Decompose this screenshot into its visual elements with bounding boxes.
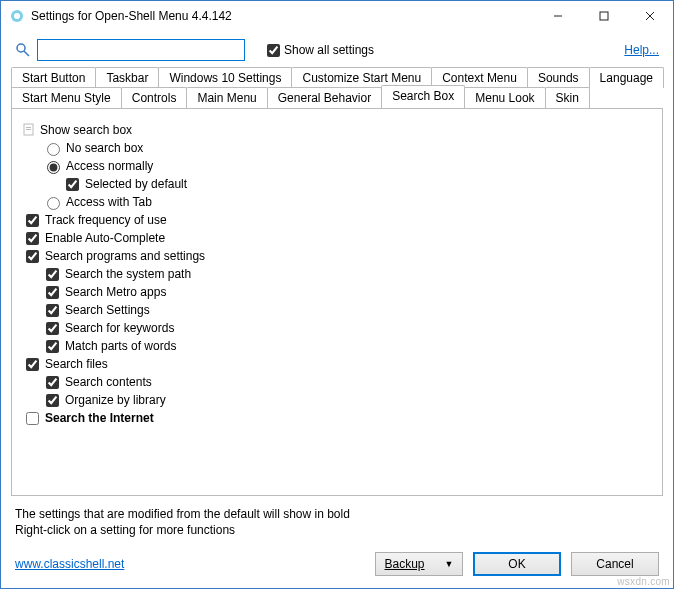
radio-label: No search box [66,139,143,157]
svg-line-7 [24,51,29,56]
settings-tree: Show search box No search box Access nor… [22,121,652,427]
tab-search-box[interactable]: Search Box [381,85,465,108]
toolbar: Show all settings Help... [1,31,673,67]
check-search-keywords[interactable]: Search for keywords [22,319,652,337]
checkbox-label: Search Settings [65,301,150,319]
backup-label: Backup [385,557,425,571]
checkbox-input[interactable] [26,412,39,425]
settings-window: Settings for Open-Shell Menu 4.4.142 Sho… [0,0,674,589]
checkbox-label: Selected by default [85,175,187,193]
checkbox-label: Search the system path [65,265,191,283]
checkbox-input[interactable] [46,322,59,335]
app-icon [9,8,25,24]
tab-menu-look[interactable]: Menu Look [464,87,545,108]
show-all-label: Show all settings [284,43,374,57]
checkbox-label: Search the Internet [45,409,154,427]
radio-input[interactable] [47,197,60,210]
tab-start-menu-style[interactable]: Start Menu Style [11,87,122,108]
show-all-settings[interactable]: Show all settings [267,43,374,57]
tab-main-menu[interactable]: Main Menu [186,87,267,108]
hint-line-1: The settings that are modified from the … [15,506,659,522]
radio-access-with-tab[interactable]: Access with Tab [22,193,652,211]
help-link[interactable]: Help... [624,43,659,57]
checkbox-input[interactable] [46,286,59,299]
check-search-files[interactable]: Search files [22,355,652,373]
maximize-button[interactable] [581,1,627,31]
hint-text: The settings that are modified from the … [1,502,673,546]
checkbox-input[interactable] [66,178,79,191]
website-link[interactable]: www.classicshell.net [15,557,124,571]
checkbox-input[interactable] [46,376,59,389]
tab-panel-wrap: Show search box No search box Access nor… [1,108,673,502]
checkbox-label: Search files [45,355,108,373]
checkbox-label: Match parts of words [65,337,176,355]
dialog-buttons: www.classicshell.net Backup ▼ OK Cancel [1,546,673,588]
svg-point-6 [17,44,25,52]
checkbox-input[interactable] [26,358,39,371]
tab-windows-10-settings[interactable]: Windows 10 Settings [158,67,292,88]
check-selected-by-default[interactable]: Selected by default [22,175,652,193]
radio-input[interactable] [47,143,60,156]
tab-sounds[interactable]: Sounds [527,67,590,88]
cancel-button[interactable]: Cancel [571,552,659,576]
minimize-button[interactable] [535,1,581,31]
tab-skin[interactable]: Skin [545,87,590,108]
check-search-internet[interactable]: Search the Internet [22,409,652,427]
hint-line-2: Right-click on a setting for more functi… [15,522,659,538]
tab-start-button[interactable]: Start Button [11,67,96,88]
checkbox-label: Enable Auto-Complete [45,229,165,247]
checkbox-label: Search contents [65,373,152,391]
group-show-search-box: Show search box [22,121,652,139]
svg-rect-10 [26,129,31,130]
watermark: wsxdn.com [617,576,670,587]
checkbox-input[interactable] [26,232,39,245]
check-search-programs[interactable]: Search programs and settings [22,247,652,265]
tab-language[interactable]: Language [589,67,664,88]
check-search-contents[interactable]: Search contents [22,373,652,391]
show-all-checkbox[interactable] [267,44,280,57]
page-icon [22,123,36,137]
backup-button[interactable]: Backup ▼ [375,552,463,576]
window-title: Settings for Open-Shell Menu 4.4.142 [31,9,535,23]
checkbox-label: Organize by library [65,391,166,409]
check-search-settings[interactable]: Search Settings [22,301,652,319]
checkbox-label: Search Metro apps [65,283,166,301]
group-label: Show search box [40,121,132,139]
checkbox-input[interactable] [26,250,39,263]
check-system-path[interactable]: Search the system path [22,265,652,283]
checkbox-input[interactable] [46,394,59,407]
checkbox-label: Search programs and settings [45,247,205,265]
check-track-frequency[interactable]: Track frequency of use [22,211,652,229]
close-button[interactable] [627,1,673,31]
radio-label: Access with Tab [66,193,152,211]
checkbox-input[interactable] [26,214,39,227]
titlebar: Settings for Open-Shell Menu 4.4.142 [1,1,673,31]
radio-no-search-box[interactable]: No search box [22,139,652,157]
svg-point-1 [14,13,20,19]
check-match-parts[interactable]: Match parts of words [22,337,652,355]
filter-input[interactable] [37,39,245,61]
check-auto-complete[interactable]: Enable Auto-Complete [22,229,652,247]
window-controls [535,1,673,31]
checkbox-input[interactable] [46,340,59,353]
tab-taskbar[interactable]: Taskbar [95,67,159,88]
tab-general-behavior[interactable]: General Behavior [267,87,382,108]
svg-rect-3 [600,12,608,20]
checkbox-input[interactable] [46,268,59,281]
svg-rect-9 [26,127,31,128]
checkbox-label: Track frequency of use [45,211,167,229]
check-metro-apps[interactable]: Search Metro apps [22,283,652,301]
tab-strip: Start ButtonTaskbarWindows 10 SettingsCu… [1,67,673,108]
search-icon [15,42,31,58]
radio-access-normally[interactable]: Access normally [22,157,652,175]
radio-input[interactable] [47,161,60,174]
check-organize-library[interactable]: Organize by library [22,391,652,409]
checkbox-label: Search for keywords [65,319,174,337]
search-box-panel: Show search box No search box Access nor… [11,108,663,496]
radio-label: Access normally [66,157,153,175]
ok-button[interactable]: OK [473,552,561,576]
dropdown-arrow-icon: ▼ [445,559,454,569]
tab-controls[interactable]: Controls [121,87,188,108]
checkbox-input[interactable] [46,304,59,317]
